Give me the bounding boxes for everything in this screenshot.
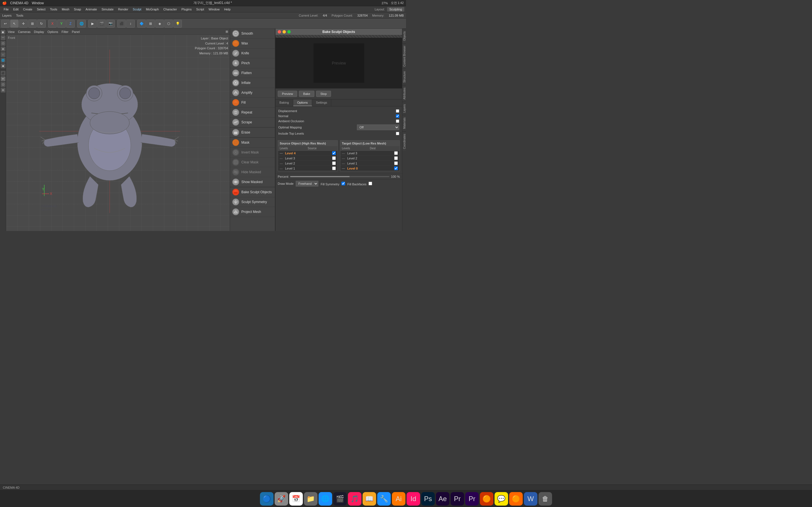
target-row-level0[interactable]: — Level 0	[340, 166, 400, 171]
tools-btn[interactable]: Tools	[16, 14, 23, 17]
source-row-level1[interactable]: — Level 1	[278, 166, 338, 171]
source-row-level3[interactable]: — Level 3	[278, 156, 338, 161]
side-tab-content-browser[interactable]: Content Browser	[402, 43, 406, 69]
target-row-level1[interactable]: — Level 1	[340, 161, 400, 166]
side-tab-materials[interactable]: Materials	[402, 115, 406, 131]
toolbar-z-axis[interactable]: Z	[66, 20, 75, 27]
toolbar-select[interactable]: ↖	[10, 20, 18, 27]
toolbar-snap-grid[interactable]: ◈	[155, 20, 164, 27]
tab-baking[interactable]: Baking	[275, 100, 293, 106]
viewport-tab-display[interactable]: Display	[34, 30, 44, 34]
window-maximize-btn[interactable]	[287, 30, 291, 34]
window-close-btn[interactable]	[278, 30, 281, 34]
tool-spline[interactable]: 〰	[1, 35, 6, 40]
sculpt-tool-invert-mask[interactable]: Invert Mask	[230, 148, 275, 158]
mac-cinema4d-menu[interactable]: CINEMA 4D	[10, 1, 29, 5]
viewport-tab-cameras[interactable]: Cameras	[18, 30, 31, 34]
displacement-checkbox[interactable]	[396, 109, 399, 113]
optimal-mapping-select[interactable]: Off On	[357, 124, 399, 130]
menu-script[interactable]: Script	[194, 7, 206, 11]
tool-sculpt-left[interactable]: ⬡	[1, 82, 6, 87]
toolbar-light[interactable]: 💡	[173, 20, 182, 27]
sculpt-tool-fill[interactable]: Fill	[230, 98, 275, 108]
toolbar-persp[interactable]: ⬛	[117, 20, 126, 27]
target-level0-check[interactable]	[394, 166, 398, 170]
tool-deformer[interactable]: ⊞	[1, 47, 6, 52]
menu-character[interactable]: Character	[161, 7, 179, 11]
toolbar-view2[interactable]: ↕	[126, 20, 135, 27]
source-level4-check[interactable]	[332, 151, 336, 155]
target-row-level3[interactable]: — Level 3	[340, 151, 400, 156]
toolbar-y-axis[interactable]: Y	[57, 20, 66, 27]
toolbar-render[interactable]: 🎬	[97, 20, 106, 27]
menu-snap[interactable]: Snap	[72, 7, 83, 11]
source-level3-check[interactable]	[332, 156, 336, 160]
fill-symmetry-checkbox[interactable]	[342, 182, 345, 185]
sculpt-tool-scrape[interactable]: Scrape	[230, 117, 275, 127]
tool-polygon[interactable]: ▣	[1, 30, 6, 35]
tool-scene[interactable]: 🌐	[1, 58, 6, 63]
viewport-tab-panel[interactable]: Panel	[72, 30, 80, 34]
sculpt-tool-hide-masked[interactable]: Hide Masked	[230, 167, 275, 177]
mac-window-menu[interactable]: Window	[32, 1, 44, 5]
tool-object[interactable]: ○	[1, 52, 6, 57]
include-top-levels-checkbox[interactable]	[396, 132, 399, 135]
toolbar-ipr[interactable]: 📷	[106, 20, 115, 27]
sculpt-tool-mask[interactable]: Mask	[230, 138, 275, 148]
sculpt-tool-project-mesh[interactable]: Project Mesh	[230, 207, 275, 217]
side-tab-layers[interactable]: Layers	[402, 102, 406, 115]
tool-tag[interactable]: ⬛	[1, 71, 6, 76]
sculpt-tool-smooth[interactable]: Smooth	[230, 29, 275, 39]
ambient-occlusion-checkbox[interactable]	[396, 119, 399, 123]
sculpt-tool-amplify[interactable]: Amplify	[230, 88, 275, 98]
sculpt-tool-repeat[interactable]: Repeat	[230, 108, 275, 117]
source-level2-check[interactable]	[332, 161, 336, 165]
source-level1-check[interactable]	[332, 166, 336, 170]
toolbar-grid[interactable]: ⊞	[146, 20, 155, 27]
menu-tools[interactable]: Tools	[48, 7, 59, 11]
menu-select[interactable]: Select	[35, 7, 48, 11]
sculpt-tool-pinch[interactable]: Pinch	[230, 58, 275, 68]
toolbar-undo[interactable]: ↩	[1, 20, 10, 27]
toolbar-x-axis[interactable]: X	[48, 20, 57, 27]
menu-animate[interactable]: Animate	[84, 7, 99, 11]
menu-edit[interactable]: Edit	[11, 7, 20, 11]
menu-window[interactable]: Window	[207, 7, 221, 11]
preview-btn[interactable]: Preview	[278, 91, 297, 97]
target-level3-check[interactable]	[394, 151, 398, 155]
source-row-level4[interactable]: — Level 4	[278, 151, 338, 156]
menu-mograph[interactable]: MoGraph	[144, 7, 161, 11]
toolbar-move[interactable]: ✛	[19, 20, 28, 27]
layout-select[interactable]: Sculpting	[387, 7, 404, 11]
bake-btn[interactable]: Bake	[299, 91, 314, 97]
menu-sculpt[interactable]: Sculpt	[131, 7, 144, 11]
menu-help[interactable]: Help	[222, 7, 233, 11]
tab-settings[interactable]: Settings	[312, 100, 332, 106]
sculpt-tool-inflate[interactable]: Inflate	[230, 78, 275, 88]
tool-generator[interactable]: ⬡	[1, 41, 6, 46]
tool-material[interactable]: ◉	[1, 63, 6, 68]
toolbar-rotate[interactable]: ↻	[37, 20, 46, 27]
viewport-tab-view[interactable]: View	[8, 30, 15, 34]
menu-file[interactable]: File	[2, 7, 11, 11]
sculpt-tool-erase[interactable]: Erase	[230, 128, 275, 137]
viewport-fit[interactable]: ⊞	[225, 30, 228, 34]
sculpt-tool-bake[interactable]: Bake Sculpt Objects	[230, 187, 275, 197]
menu-mesh[interactable]: Mesh	[60, 7, 71, 11]
fill-backfaces-checkbox[interactable]	[368, 182, 372, 185]
side-tab-attributes[interactable]: Attributes	[402, 85, 406, 102]
viewport-tab-filter[interactable]: Filter	[61, 30, 68, 34]
window-minimize-btn[interactable]	[283, 30, 286, 34]
tool-brush[interactable]: ✏	[1, 76, 6, 81]
target-row-level2[interactable]: — Level 2	[340, 156, 400, 161]
sculpt-tool-wax[interactable]: Wax	[230, 39, 275, 48]
draw-mode-select[interactable]: Freehand Line Rectangle	[296, 181, 318, 186]
target-level2-check[interactable]	[394, 156, 398, 160]
menu-plugins[interactable]: Plugins	[180, 7, 194, 11]
sculpt-tool-show-masked[interactable]: Show Masked	[230, 177, 275, 187]
sculpt-tool-knife[interactable]: Knife	[230, 48, 275, 58]
source-row-level2[interactable]: — Level 2	[278, 161, 338, 166]
percent-slider[interactable]	[290, 176, 389, 177]
side-tab-coordinates[interactable]: Coordinates	[402, 131, 406, 151]
side-tab-objects[interactable]: Objects	[402, 29, 406, 43]
